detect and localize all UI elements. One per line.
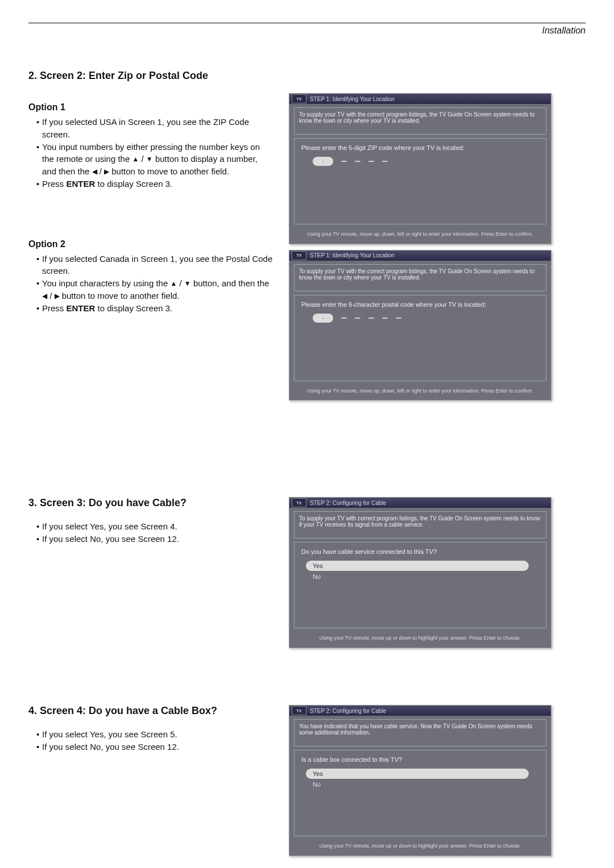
text-frag: button to move to another field. xyxy=(60,291,180,301)
screen4-right: TV STEP 2: Configuring for Cable You hav… xyxy=(289,705,551,856)
postal-char-field[interactable] xyxy=(382,318,388,319)
text-frag: Press xyxy=(42,179,67,189)
tvguide-main: Please enter the 5-digit ZIP code where … xyxy=(294,138,546,224)
spacer xyxy=(28,400,586,497)
down-arrow-icon: ▼ xyxy=(146,155,153,164)
option1-heading: Option 1 xyxy=(28,102,273,112)
screen4-heading: 4. Screen 4: Do you have a Cable Box? xyxy=(28,705,273,717)
screen3-left: 3. Screen 3: Do you have Cable? If you s… xyxy=(28,497,273,545)
tvguide-titlebar: TV STEP 2: Configuring for Cable xyxy=(289,498,551,508)
zip-digit-field[interactable] xyxy=(368,161,374,162)
screen4-line1: If you select Yes, you see Screen 5. xyxy=(36,728,273,741)
tvguide-cablebox-screen: TV STEP 2: Configuring for Cable You hav… xyxy=(289,705,551,856)
screen3-heading: 3. Screen 3: Do you have Cable? xyxy=(28,497,273,509)
tvguide-footer: Using your TV remote, move up or down to… xyxy=(289,632,551,648)
postal-char-field[interactable]: - xyxy=(313,314,333,323)
postal-char-field[interactable] xyxy=(355,318,360,319)
tvguide-title: STEP 2: Configuring for Cable xyxy=(310,708,386,714)
enter-bold: ENTER xyxy=(67,303,96,313)
tvguide-titlebar: TV STEP 1: Identifying Your Location xyxy=(289,251,551,261)
right-arrow-icon: ▶ xyxy=(104,167,109,177)
option1-line1: If you selected USA in Screen 1, you see… xyxy=(36,116,273,141)
slash: / xyxy=(47,291,55,301)
screen3-right: TV STEP 2: Configuring for Cable To supp… xyxy=(289,497,551,648)
tvguide-desc: To supply your TV with the correct progr… xyxy=(294,107,546,135)
tvguide-prompt: Is a cable box connected to this TV? xyxy=(301,756,539,763)
down-arrow-icon: ▼ xyxy=(184,279,191,289)
zip-digit-field[interactable]: - xyxy=(313,157,333,166)
screen2-row: Option 1 If you selected USA in Screen 1… xyxy=(28,93,586,400)
tvguide-title: STEP 1: Identifying Your Location xyxy=(310,252,395,258)
tvguide-desc: To supply your TV with correct program l… xyxy=(294,511,546,539)
option-no[interactable]: No xyxy=(301,573,539,580)
option2-heading: Option 2 xyxy=(28,239,273,249)
tvguide-zip-screen: TV STEP 1: Identifying Your Location To … xyxy=(289,93,551,244)
option-no[interactable]: No xyxy=(301,781,539,788)
tvguide-prompt: Do you have cable service connected to t… xyxy=(301,548,539,555)
manual-page: Installation 2. Screen 2: Enter Zip or P… xyxy=(0,0,614,868)
slash: / xyxy=(177,278,184,288)
screen2-left: Option 1 If you selected USA in Screen 1… xyxy=(28,93,273,314)
screen3-line2: If you select No, you see Screen 12. xyxy=(36,533,273,545)
screen3-line1: If you select Yes, you see Screen 4. xyxy=(36,520,273,533)
section-header: Installation xyxy=(28,26,586,36)
postal-input-row: - xyxy=(313,314,539,323)
tvguide-titlebar: TV STEP 2: Configuring for Cable xyxy=(289,706,551,716)
zip-digit-field[interactable] xyxy=(382,161,388,162)
screen4-body: If you select Yes, you see Screen 5. If … xyxy=(36,728,273,753)
tvguide-logo-icon: TV xyxy=(292,251,306,260)
option1-body: If you selected USA in Screen 1, you see… xyxy=(36,116,273,190)
text-frag: button to move to another field. xyxy=(109,166,229,176)
tvguide-cable-screen: TV STEP 2: Configuring for Cable To supp… xyxy=(289,497,551,648)
option-yes[interactable]: Yes xyxy=(306,561,529,571)
text-frag: Press xyxy=(42,303,67,313)
tvguide-postal-screen: TV STEP 1: Identifying Your Location To … xyxy=(289,250,551,401)
screen4-row: 4. Screen 4: Do you have a Cable Box? If… xyxy=(28,705,586,856)
option2-body: If you selected Canada in Screen 1, you … xyxy=(36,253,273,315)
zip-input-row: - xyxy=(313,157,539,166)
tvguide-titlebar: TV STEP 1: Identifying Your Location xyxy=(289,94,551,104)
tvguide-logo-icon: TV xyxy=(292,706,306,715)
up-arrow-icon: ▲ xyxy=(170,279,177,289)
option2-line1: If you selected Canada in Screen 1, you … xyxy=(36,253,273,278)
slash: / xyxy=(97,166,105,176)
up-arrow-icon: ▲ xyxy=(132,155,139,164)
tvguide-footer: Using your TV remote, move up, down, lef… xyxy=(289,385,551,400)
option2-line2: You input characters by using the ▲ / ▼ … xyxy=(36,277,273,302)
postal-char-field[interactable] xyxy=(341,318,347,319)
tvguide-main: Please enter the 6-character postal code… xyxy=(294,295,546,381)
tvguide-logo-icon: TV xyxy=(292,94,306,103)
text-frag: to display Screen 3. xyxy=(95,179,172,189)
left-arrow-icon: ◀ xyxy=(42,291,47,301)
tvguide-desc: You have indicated that you have cable s… xyxy=(294,719,546,746)
text-frag: You input characters by using the xyxy=(42,278,170,288)
screen2-heading: 2. Screen 2: Enter Zip or Postal Code xyxy=(28,70,586,82)
top-rule xyxy=(28,23,586,23)
tvguide-footer: Using your TV remote, move up, down, lef… xyxy=(289,228,551,244)
option2-line3: Press ENTER to display Screen 3. xyxy=(36,302,273,315)
tvguide-title: STEP 2: Configuring for Cable xyxy=(310,500,386,506)
postal-char-field[interactable] xyxy=(396,318,401,319)
screen4-line2: If you select No, you see Screen 12. xyxy=(36,741,273,753)
option1-line3: Press ENTER to display Screen 3. xyxy=(36,178,273,190)
text-frag: to display Screen 3. xyxy=(95,303,172,313)
screen3-row: 3. Screen 3: Do you have Cable? If you s… xyxy=(28,497,586,648)
postal-char-field[interactable] xyxy=(368,318,374,319)
tvguide-footer: Using your TV remote, move up or down to… xyxy=(289,840,551,856)
tvguide-prompt: Please enter the 6-character postal code… xyxy=(301,301,539,308)
zip-digit-field[interactable] xyxy=(355,161,360,162)
slash: / xyxy=(139,154,146,164)
tvguide-prompt: Please enter the 5-digit ZIP code where … xyxy=(301,144,539,151)
option-yes[interactable]: Yes xyxy=(306,769,529,779)
screen4-left: 4. Screen 4: Do you have a Cable Box? If… xyxy=(28,705,273,753)
zip-digit-field[interactable] xyxy=(341,161,347,162)
tvguide-logo-icon: TV xyxy=(292,498,306,507)
text-frag: button, and then the xyxy=(191,278,269,288)
right-arrow-icon: ▶ xyxy=(55,291,60,301)
left-arrow-icon: ◀ xyxy=(92,167,97,177)
screen3-body: If you select Yes, you see Screen 4. If … xyxy=(36,520,273,545)
option1-line2: You input numbers by either pressing the… xyxy=(36,141,273,178)
tvguide-main: Do you have cable service connected to t… xyxy=(294,542,546,628)
enter-bold: ENTER xyxy=(67,179,96,189)
screen2-right: TV STEP 1: Identifying Your Location To … xyxy=(289,93,551,400)
